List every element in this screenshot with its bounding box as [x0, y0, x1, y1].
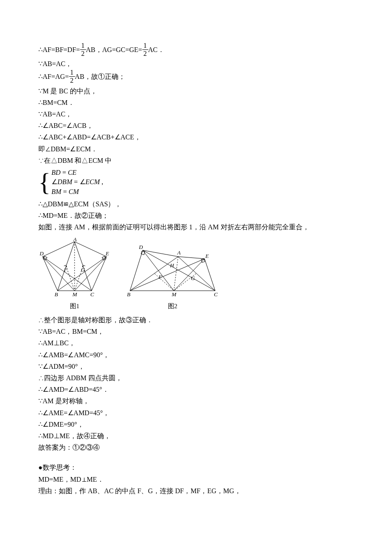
proof-line: ∵AM 是对称轴， [38, 395, 354, 407]
label-f: F [63, 266, 68, 273]
text: AC． [148, 46, 164, 53]
svg-line-3 [43, 242, 75, 257]
svg-line-21 [178, 257, 205, 259]
label-c: C [90, 291, 94, 298]
geometry-diagram-1: A D E F G B M C [38, 237, 111, 299]
svg-line-18 [130, 250, 143, 291]
proof-line: ∵AB=AC， [38, 58, 354, 69]
proof-line: ∴整个图形是轴对称图形，故③正确． [38, 314, 354, 326]
label-a: A [177, 249, 181, 256]
figure-2: A D E H F G B M C 图2 [124, 237, 222, 312]
proof-line: ∵在△DBM 和△ECM 中 [38, 155, 354, 166]
figure-caption: 图1 [38, 301, 111, 312]
label-m: M [72, 291, 78, 298]
label-d: D [39, 250, 44, 257]
figure-1: A D E F G B M C 图1 [38, 237, 111, 312]
equation-system: { BD = CE ∠DBM = ∠ECM , BM = CM [38, 168, 354, 197]
proof-line: MD=ME，MD⊥ME． [38, 474, 354, 485]
text: ∴AF=BF=DF= [38, 46, 80, 53]
label-a: A [73, 237, 77, 243]
text: ∴AF=AG= [38, 73, 69, 80]
section-heading: ●数学思考： [38, 462, 354, 473]
proof-line: ∴四边形 ADBM 四点共圆， [38, 372, 354, 384]
proof-line: ∴∠ABC=∠ACB， [38, 120, 354, 131]
proof-line: ∴∠ABC+∠ABD=∠ACB+∠ACE， [38, 131, 354, 143]
label-d: D [138, 244, 143, 250]
label-h: H [170, 262, 174, 269]
proof-line: 故答案为：①②③④ [38, 442, 354, 453]
svg-line-11 [66, 266, 75, 291]
label-f: F [158, 274, 162, 280]
label-b: B [55, 291, 58, 298]
label-b: B [127, 291, 130, 298]
fraction: 12 [80, 42, 86, 57]
proof-line: ∴∠AMD=∠ABD=45°． [38, 384, 354, 395]
label-e: E [105, 250, 109, 257]
proof-line: ∵AB=AC，BM=CM， [38, 326, 354, 337]
fraction: 12 [142, 42, 148, 57]
svg-line-24 [143, 250, 215, 291]
text: AB，故①正确； [75, 73, 125, 80]
proof-line: 如图，连接 AM，根据前面的证明可以得出将图形 1，沿 AM 对折左右两部分能完… [38, 221, 354, 233]
proof-line: ∴△DBM≌△ECM（SAS）， [38, 198, 354, 210]
proof-line: ∴AM⊥BC， [38, 337, 354, 349]
svg-line-23 [174, 259, 205, 291]
geometry-diagram-2: A D E H F G B M C [124, 237, 222, 299]
svg-line-5 [75, 242, 107, 257]
proof-line: ∴AF=AG=12AB，故①正确； [38, 69, 354, 85]
fraction: 12 [69, 69, 75, 84]
svg-rect-29 [141, 251, 145, 255]
svg-line-26 [174, 257, 178, 291]
proof-line: ∴AF=BF=DF=12AB，AG=GC=GE=12AC． [38, 43, 354, 58]
svg-line-22 [143, 250, 174, 291]
figures-row: A D E F G B M C 图1 [38, 237, 354, 312]
svg-line-16 [130, 257, 178, 291]
label-g: G [191, 275, 195, 281]
text: AB，AG=GC=GE= [86, 46, 142, 53]
label-e: E [205, 253, 209, 259]
proof-line: 理由：如图，作 AB、AC 的中点 F、G，连接 DF，MF，EG，MG， [38, 485, 354, 497]
left-brace-icon: { [38, 168, 51, 197]
svg-line-7 [75, 257, 107, 291]
proof-line: ∴BM=CM． [38, 97, 354, 108]
label-m: M [171, 291, 177, 298]
proof-line: ∵M 是 BC 的中点， [38, 85, 354, 97]
label-c: C [214, 291, 218, 298]
proof-line: ∵∠ADM=90°， [38, 361, 354, 372]
proof-line: ∴MD=ME．故②正确； [38, 210, 354, 221]
proof-line: 即∠DBM=∠ECM． [38, 143, 354, 155]
proof-line: ∴∠AMB=∠AMC=90°， [38, 349, 354, 361]
svg-line-6 [43, 257, 75, 291]
proof-line: ∴∠AME=∠AMD=45°， [38, 407, 354, 419]
figure-caption: 图2 [124, 301, 222, 312]
proof-line: ∵AB=AC， [38, 108, 354, 120]
proof-line: ∴MD⊥ME，故④正确， [38, 430, 354, 442]
label-g: G [81, 266, 85, 273]
proof-line: ∴∠DME=90°， [38, 419, 354, 430]
